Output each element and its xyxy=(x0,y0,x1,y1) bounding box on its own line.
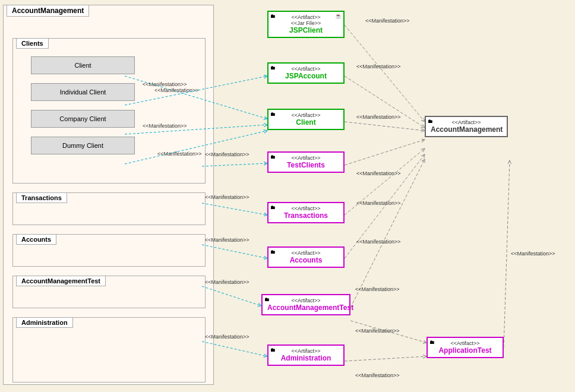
artifact-client: 🖿 <<Artifact>> Client xyxy=(267,109,345,130)
jspclient-stereotype2: <<Jar File>> xyxy=(273,20,339,26)
amt-stereotype: <<Artifact>> xyxy=(267,298,345,304)
clients-section-title: Clients xyxy=(16,38,49,49)
svg-line-2 xyxy=(345,122,425,131)
jspclient-stereotype1: <<Artifact>> xyxy=(273,14,339,20)
label-jspaccount-am: <<Manifestation>> xyxy=(356,64,401,69)
testclients-name: TestClients xyxy=(273,161,339,169)
artifact-icon-client: 🖿 xyxy=(270,111,276,117)
accountmanagement-stereotype: <<Artifact>> xyxy=(431,119,502,125)
main-box-title: AccountManagement xyxy=(7,5,89,17)
applicationtest-name: ApplicationTest xyxy=(432,346,498,355)
amt-section: AccountManagementTest xyxy=(12,276,206,308)
svg-line-5 xyxy=(345,154,425,258)
administration-stereotype: <<Artifact>> xyxy=(273,348,339,354)
artifact-icon-administration: 🖿 xyxy=(270,347,276,353)
amt-section-title: AccountManagementTest xyxy=(16,276,106,286)
svg-line-9 xyxy=(504,160,510,347)
accounts-name: Accounts xyxy=(273,256,339,264)
applicationtest-stereotype: <<Artifact>> xyxy=(432,340,498,346)
artifact-icon-testclients: 🖿 xyxy=(270,154,276,160)
transactions-stereotype: <<Artifact>> xyxy=(273,206,339,211)
accounts-section-title: Accounts xyxy=(16,234,56,245)
artifact-jspaccount: 🖿 <<Artifact>> JSPAccount xyxy=(267,62,345,84)
admin-section: Administration xyxy=(12,317,206,382)
label-apptest-am: <<Manifestation>> xyxy=(511,251,555,257)
admin-section-title: Administration xyxy=(16,317,73,328)
artifact-transactions: 🖿 <<Artifact>> Transactions xyxy=(267,202,345,223)
artifact-accounts: 🖿 <<Artifact>> Accounts xyxy=(267,246,345,268)
amt-name: AccountManagementTest xyxy=(267,304,345,312)
artifact-applicationtest: 🖿 <<Artifact>> ApplicationTest xyxy=(426,337,504,358)
client-item-3: Company Client xyxy=(31,110,135,128)
artifact-icon-transactions: 🖿 xyxy=(270,204,276,210)
label-amt-apptest: <<Manifestation>> xyxy=(355,328,400,334)
client-item-4: Dummy Client xyxy=(31,137,135,154)
artifact-testclients: 🖿 <<Artifact>> TestClients xyxy=(267,151,345,173)
client-item-2: Individual Client xyxy=(31,83,135,101)
label-transactions-am: <<Manifestation>> xyxy=(356,200,401,206)
svg-line-0 xyxy=(345,25,425,122)
artifact-accountmanagement: 🖿 <<Artifact>> AccountManagement xyxy=(425,116,508,137)
transactions-name: Transactions xyxy=(273,211,339,220)
transactions-section: Transactions xyxy=(12,192,206,225)
label-client-am: <<Manifestation>> xyxy=(356,114,401,120)
client-name: Client xyxy=(273,118,339,127)
label-admin-apptest: <<Manifestation>> xyxy=(355,372,400,378)
diagram-container: AccountManagement Clients Client Individ… xyxy=(0,0,575,392)
artifact-icon-jspclient-left: 🖿 xyxy=(270,13,276,19)
svg-line-3 xyxy=(345,140,425,165)
accountmanagement-name: AccountManagement xyxy=(431,125,502,134)
artifact-amt: 🖿 <<Artifact>> AccountManagementTest xyxy=(261,294,350,315)
artifact-icon-applicationtest: 🖿 xyxy=(429,339,435,345)
transactions-section-title: Transactions xyxy=(16,192,67,203)
label-jspclient-am: <<Manifestation>> xyxy=(365,18,410,24)
client-stereotype: <<Artifact>> xyxy=(273,112,339,118)
artifact-jspclient: 🖿 ☕ <<Artifact>> <<Jar File>> JSPClient xyxy=(267,11,345,38)
label-accounts-am: <<Manifestation>> xyxy=(356,239,401,245)
accounts-section: Accounts xyxy=(12,234,206,267)
main-box: AccountManagement Clients Client Individ… xyxy=(3,5,214,385)
accounts-stereotype: <<Artifact>> xyxy=(273,250,339,256)
testclients-stereotype: <<Artifact>> xyxy=(273,155,339,161)
jspaccount-stereotype: <<Artifact>> xyxy=(273,66,339,72)
client-item-1: Client xyxy=(31,56,135,74)
artifact-icon-jspaccount: 🖿 xyxy=(270,65,276,71)
svg-line-4 xyxy=(345,148,425,215)
administration-name: Administration xyxy=(273,354,339,362)
jspaccount-name: JSPAccount xyxy=(273,72,339,80)
artifact-icon-jspclient-right: ☕ xyxy=(335,13,342,19)
label-testclients-am: <<Manifestation>> xyxy=(356,170,401,176)
svg-line-7 xyxy=(345,356,426,361)
svg-line-6 xyxy=(350,159,425,308)
jspclient-name: JSPClient xyxy=(273,26,339,34)
artifact-icon-accountmanagement: 🖿 xyxy=(428,118,433,124)
clients-section: Clients Client Individual Client Company… xyxy=(12,38,206,184)
artifact-icon-accounts: 🖿 xyxy=(270,249,276,255)
svg-line-1 xyxy=(345,76,425,128)
svg-line-8 xyxy=(350,321,426,343)
artifact-administration: 🖿 <<Artifact>> Administration xyxy=(267,344,345,366)
artifact-icon-amt: 🖿 xyxy=(264,296,270,302)
label-amt-am: <<Manifestation>> xyxy=(355,286,400,292)
